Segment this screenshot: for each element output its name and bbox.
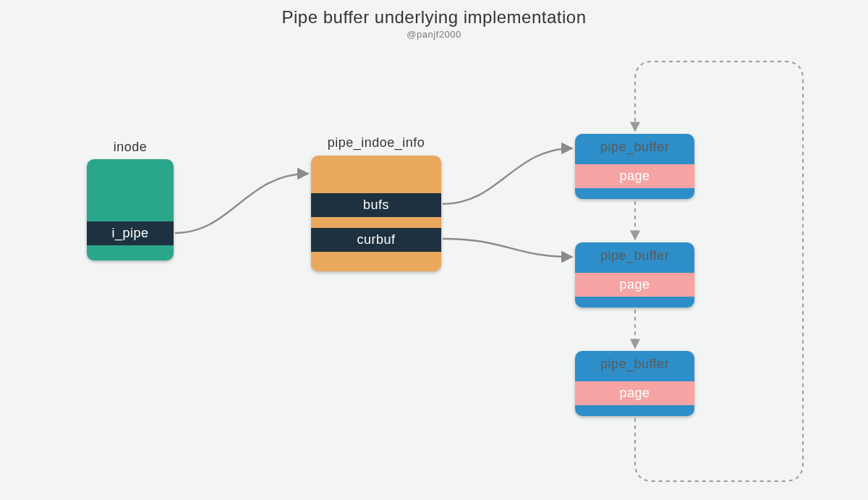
inode-box: i_pipe <box>87 159 174 260</box>
pipe-field-bufs: bufs <box>311 193 441 217</box>
diagram-subtitle: @panjf2000 <box>0 29 868 40</box>
arrow-ipipe-to-pipeinfo <box>175 174 308 233</box>
pipe-buffer-1-label: pipe_buffer <box>575 135 694 159</box>
pipe-buffer-2-page: page <box>575 273 694 297</box>
pipe-buffer-1-page: page <box>575 164 694 188</box>
arrow-bufs-to-buf1 <box>443 148 572 204</box>
pipe-buffer-2-label: pipe_buffer <box>575 244 694 268</box>
pipe-buffer-2-box: pipe_buffer page <box>575 242 694 308</box>
pipe-buffer-3-page: page <box>575 381 694 405</box>
pipe-inode-info-box: bufs curbuf <box>311 156 441 271</box>
pipe-buffer-1-box: pipe_buffer page <box>575 134 694 199</box>
diagram-title: Pipe buffer underlying implementation <box>0 7 868 27</box>
pipe-buffer-3-label: pipe_buffer <box>575 352 694 376</box>
pipe-inode-info-label: pipe_indoe_info <box>311 135 441 151</box>
inode-label: inode <box>87 140 174 155</box>
arrow-curbuf-to-buf2 <box>443 239 572 257</box>
pipe-field-curbuf: curbuf <box>311 228 441 252</box>
inode-field-i-pipe: i_pipe <box>87 221 174 245</box>
pipe-buffer-3-box: pipe_buffer page <box>575 351 694 416</box>
